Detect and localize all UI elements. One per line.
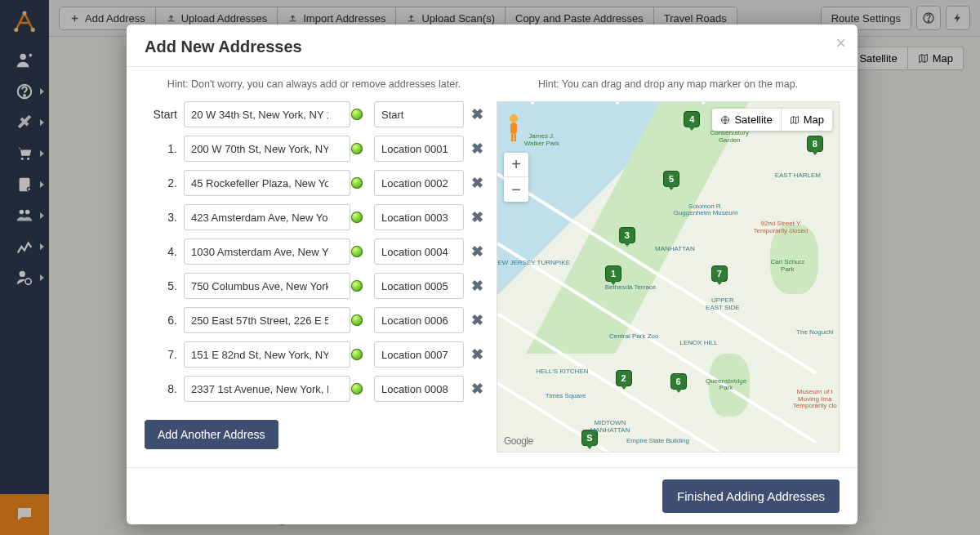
row-number: 7. <box>145 348 177 361</box>
location-input[interactable] <box>374 204 464 230</box>
location-input[interactable] <box>374 376 464 402</box>
delete-icon[interactable]: ✖ <box>470 174 483 192</box>
svg-point-19 <box>510 114 518 123</box>
poi-label: Solomon R.Guggenheim Museum <box>674 203 738 218</box>
modal-satellite-button[interactable]: Satellite <box>712 109 781 131</box>
status-dot-icon <box>351 246 363 257</box>
location-input[interactable] <box>374 170 464 196</box>
row-number: 2. <box>145 176 177 189</box>
map-marker[interactable]: 8 <box>807 136 823 152</box>
poi-label: ConservatoryGarden <box>710 130 749 145</box>
poi-label: Museum of tMoving ImaTemporarily clo <box>793 389 837 410</box>
poi-label: Carl SchurzPark <box>770 259 804 274</box>
poi-label: Empire State Building <box>626 438 689 445</box>
address-input[interactable] <box>184 239 350 265</box>
poi-label: The Noguchi <box>796 329 833 337</box>
address-input[interactable] <box>184 204 350 230</box>
hint-right: Hint: You can drag and drop any map mark… <box>497 78 840 90</box>
addresses-column: Hint: Don't worry, you can always add or… <box>145 78 483 453</box>
poi-label: QueensbridgePark <box>706 378 746 393</box>
delete-icon[interactable]: ✖ <box>470 243 483 261</box>
poi-label: Bethesda Terrace <box>605 283 657 291</box>
address-input[interactable] <box>184 341 350 368</box>
delete-icon[interactable]: ✖ <box>470 277 483 295</box>
location-input[interactable] <box>374 136 464 162</box>
map-marker[interactable]: 5 <box>663 171 679 187</box>
hint-left: Hint: Don't worry, you can always add or… <box>145 78 483 90</box>
address-row: 7.✖ <box>145 341 483 368</box>
address-input[interactable] <box>184 376 350 402</box>
map-column: Hint: You can drag and drop any map mark… <box>497 78 840 453</box>
address-input[interactable] <box>184 136 350 162</box>
svg-rect-22 <box>514 134 517 141</box>
poi-label: LENOX HILL <box>679 340 717 347</box>
modal-map[interactable]: Satellite Map + − S12345678 James J.Walk… <box>497 101 840 453</box>
map-marker[interactable]: 7 <box>711 265 728 282</box>
poi-label: Central Park Zoo <box>609 332 658 340</box>
row-number: 8. <box>145 382 177 395</box>
address-input[interactable] <box>184 307 350 333</box>
address-row: 8.✖ <box>145 376 483 402</box>
zoom-out-button[interactable]: − <box>504 177 528 202</box>
status-dot-icon <box>351 109 363 120</box>
map-marker[interactable]: 6 <box>670 373 687 390</box>
poi-label: HELL'S KITCHEN <box>536 368 588 375</box>
location-input[interactable] <box>374 101 464 127</box>
delete-icon[interactable]: ✖ <box>470 346 483 363</box>
row-number: 5. <box>145 279 177 292</box>
poi-label: EAST HARLEM <box>775 172 821 179</box>
poi-label: UPPEREAST SIDE <box>706 297 740 312</box>
row-number: 6. <box>145 314 177 327</box>
map-marker[interactable]: 2 <box>616 370 632 386</box>
row-number: 3. <box>145 211 177 224</box>
status-dot-icon <box>351 280 363 292</box>
label: Map <box>804 114 824 126</box>
map-marker[interactable]: 3 <box>619 227 635 243</box>
google-logo: Google <box>504 435 533 447</box>
poi-label: NEW JERSEY TURNPIKE <box>497 259 570 266</box>
finished-button[interactable]: Finished Adding Addresses <box>662 479 840 513</box>
modal-title: Add New Addresses <box>145 38 840 56</box>
delete-icon[interactable]: ✖ <box>470 311 483 329</box>
delete-icon[interactable]: ✖ <box>470 208 483 226</box>
address-input[interactable] <box>184 170 350 196</box>
location-input[interactable] <box>374 307 464 333</box>
status-dot-icon <box>351 314 363 326</box>
poi-label: 92nd Street YTemporarily closed <box>754 221 808 235</box>
modal-footer: Finished Adding Addresses <box>127 467 858 524</box>
modal-overlay: Add New Addresses × Hint: Don't worry, y… <box>0 0 980 535</box>
label: Satellite <box>734 114 772 126</box>
address-input[interactable] <box>184 273 350 299</box>
delete-icon[interactable]: ✖ <box>470 140 483 158</box>
close-icon[interactable]: × <box>835 33 846 54</box>
map-marker[interactable]: 1 <box>605 265 621 282</box>
location-input[interactable] <box>374 341 464 368</box>
poi-label: James J.Walker Park <box>524 133 559 148</box>
address-row: 3.✖ <box>145 204 483 230</box>
poi-label: MIDTOWNMANHATTAN <box>590 420 630 435</box>
address-row: 5.✖ <box>145 273 483 299</box>
pegman-icon[interactable] <box>504 114 523 143</box>
delete-icon[interactable]: ✖ <box>470 380 483 398</box>
location-input[interactable] <box>374 239 464 265</box>
row-number: 1. <box>145 142 177 155</box>
map-marker[interactable]: 4 <box>684 111 700 127</box>
status-dot-icon <box>351 383 363 395</box>
address-row: 4.✖ <box>145 239 483 265</box>
delete-icon[interactable]: ✖ <box>470 105 483 123</box>
status-dot-icon <box>351 212 363 223</box>
row-number: Start <box>145 108 177 121</box>
address-input[interactable] <box>184 101 350 127</box>
poi-label: MANHATTAN <box>655 245 695 252</box>
modal-map-button[interactable]: Map <box>782 109 832 131</box>
address-row: 6.✖ <box>145 307 483 333</box>
add-another-button[interactable]: Add Another Address <box>145 420 278 449</box>
zoom-in-button[interactable]: + <box>504 153 528 177</box>
svg-rect-20 <box>510 123 517 134</box>
status-dot-icon <box>351 177 363 189</box>
address-row: 2.✖ <box>145 170 483 196</box>
add-addresses-modal: Add New Addresses × Hint: Don't worry, y… <box>127 25 858 524</box>
svg-rect-21 <box>511 134 514 141</box>
location-input[interactable] <box>374 273 464 299</box>
modal-header: Add New Addresses × <box>127 25 858 67</box>
